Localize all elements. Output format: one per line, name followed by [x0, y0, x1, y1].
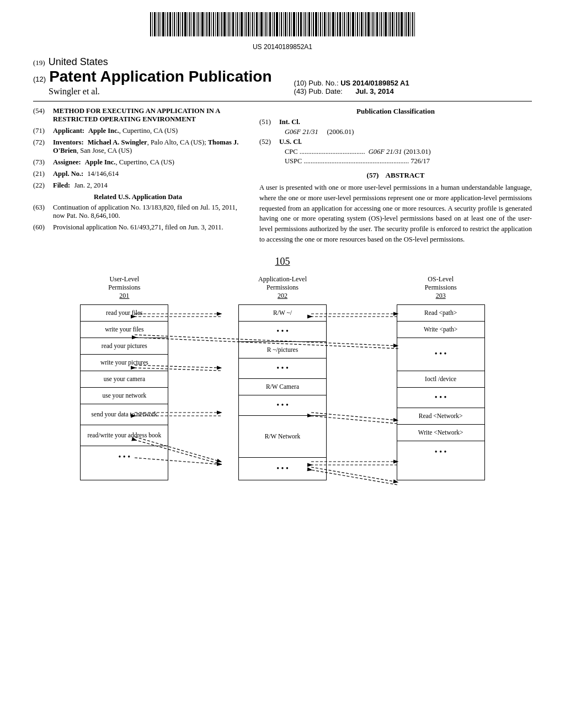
- svg-rect-72: [307, 12, 307, 36]
- barcode-area: [33, 11, 532, 41]
- svg-rect-85: [335, 12, 336, 36]
- svg-rect-81: [327, 12, 327, 36]
- svg-rect-66: [293, 12, 295, 36]
- svg-rect-27: [209, 12, 210, 36]
- continuation-value: Continuation of application No. 13/183,8…: [53, 204, 243, 220]
- col2-item-1: R/W ~/: [239, 305, 326, 322]
- col3-item-1: Read <path>: [397, 305, 484, 322]
- svg-rect-14: [180, 12, 181, 36]
- filed-num: (22): [33, 181, 53, 190]
- continuation-num: (63): [33, 204, 53, 220]
- svg-rect-71: [305, 12, 306, 36]
- cpc-dots: ......................................: [300, 148, 367, 156]
- svg-rect-0: [150, 12, 151, 36]
- svg-rect-21: [196, 12, 196, 36]
- appl-no-field: (21) Appl. No.: 14/146,614: [33, 170, 243, 178]
- svg-rect-23: [200, 12, 200, 36]
- pub-no-line: (10) Pub. No.: US 2014/0189852 A1: [294, 79, 409, 87]
- svg-rect-68: [298, 12, 299, 36]
- svg-rect-62: [285, 12, 286, 36]
- col3-boxes: Read <path> Write <path> • • • Ioctl /de…: [397, 304, 485, 480]
- applicant-field: (71) Applicant: Apple Inc., Cupertino, C…: [33, 127, 243, 135]
- svg-rect-17: [188, 12, 188, 36]
- svg-rect-101: [371, 12, 371, 36]
- int-cl-label: Int. Cl.: [279, 118, 300, 126]
- int-cl-content: Int. Cl.: [279, 118, 302, 126]
- svg-rect-73: [308, 12, 310, 36]
- svg-rect-8: [167, 12, 168, 36]
- svg-rect-90: [346, 12, 347, 36]
- patent-number: US 20140189852A1: [33, 43, 532, 51]
- pub-no: US 2014/0189852 A1: [340, 79, 409, 87]
- svg-rect-47: [252, 12, 253, 36]
- svg-rect-31: [217, 12, 218, 36]
- svg-rect-119: [411, 12, 411, 36]
- inventors-field: (72) Inventors: Michael A. Swingler, Pal…: [33, 138, 243, 155]
- applicant-num: (71): [33, 127, 53, 135]
- svg-rect-60: [281, 12, 282, 36]
- left-column: (54) METHOD FOR EXECUTING AN APPLICATION…: [33, 107, 243, 245]
- svg-rect-10: [172, 12, 173, 36]
- abstract-title: (57) ABSTRACT: [259, 171, 532, 180]
- svg-rect-57: [274, 12, 275, 36]
- svg-rect-45: [248, 12, 249, 36]
- pub-no-label: (10) Pub. No.:: [294, 79, 339, 87]
- svg-rect-98: [364, 12, 364, 36]
- main-content: (54) METHOD FOR EXECUTING AN APPLICATION…: [33, 107, 532, 245]
- col2-header: Application-LevelPermissions 202: [238, 275, 327, 300]
- svg-rect-24: [201, 12, 204, 36]
- svg-rect-115: [401, 12, 403, 36]
- svg-rect-88: [342, 12, 343, 36]
- svg-rect-108: [385, 12, 387, 36]
- col2-item-3: R ~/pictures: [239, 342, 326, 358]
- svg-rect-13: [178, 12, 179, 36]
- svg-rect-118: [408, 12, 409, 36]
- us-cl-content: U.S. Cl.: [279, 138, 304, 146]
- svg-rect-53: [265, 12, 266, 36]
- col2-item-4: • • •: [239, 358, 326, 379]
- svg-rect-4: [158, 12, 159, 36]
- svg-rect-116: [404, 12, 404, 36]
- svg-rect-76: [315, 12, 317, 36]
- svg-rect-112: [395, 12, 395, 36]
- assignee-field: (73) Assignee: Apple Inc., Cupertino, CA…: [33, 158, 243, 167]
- country-label: (19): [33, 58, 45, 67]
- svg-rect-111: [392, 12, 393, 36]
- svg-rect-6: [162, 12, 164, 36]
- inventors-label: Inventors:: [53, 138, 84, 146]
- svg-rect-102: [372, 12, 374, 36]
- svg-rect-7: [166, 12, 166, 36]
- svg-rect-48: [254, 12, 255, 36]
- svg-rect-103: [375, 12, 375, 36]
- abstract-num: (57): [367, 171, 379, 179]
- continuation-field: (63) Continuation of application No. 13/…: [33, 204, 243, 220]
- col3-item-6: • • •: [397, 388, 484, 408]
- col1-boxes: read your files write your files read yo…: [80, 304, 168, 480]
- assignee-num: (73): [33, 158, 53, 167]
- us-cl-row: (52) U.S. Cl.: [259, 138, 532, 146]
- col2-boxes: R/W ~/ • • • R ~/pictures • • • R/W Came…: [238, 304, 327, 480]
- svg-rect-11: [174, 12, 175, 36]
- svg-rect-28: [211, 12, 212, 36]
- int-cl-row: (51) Int. Cl.: [259, 118, 532, 126]
- int-cl-detail: G06F 21/31 (2006.01): [285, 128, 532, 136]
- svg-rect-106: [381, 12, 382, 36]
- col3-item-3: • • •: [397, 338, 484, 371]
- uspc-label: USPC: [285, 157, 302, 165]
- svg-rect-46: [250, 12, 251, 36]
- col1-header: User-LevelPermissions 201: [80, 275, 168, 300]
- svg-rect-75: [313, 12, 314, 36]
- svg-rect-100: [367, 12, 370, 36]
- svg-rect-44: [246, 12, 247, 36]
- title-field: (54) METHOD FOR EXECUTING AN APPLICATION…: [33, 107, 243, 124]
- svg-rect-117: [406, 12, 407, 36]
- assignee-label: Assignee:: [53, 158, 81, 166]
- svg-rect-67: [296, 12, 297, 36]
- svg-rect-12: [176, 12, 177, 36]
- int-cl-num: (51): [259, 118, 279, 126]
- svg-rect-70: [303, 12, 303, 36]
- related-apps-title: Related U.S. Application Data: [33, 193, 243, 201]
- svg-rect-25: [205, 12, 205, 36]
- svg-rect-89: [344, 12, 345, 36]
- svg-rect-52: [264, 12, 264, 36]
